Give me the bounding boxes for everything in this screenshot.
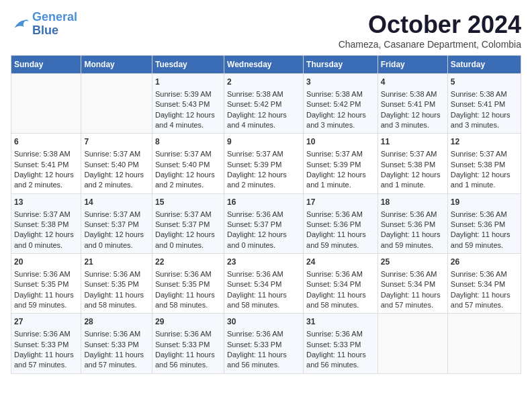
- sunrise-text: Sunrise: 5:37 AM: [155, 149, 221, 159]
- calendar-cell: 4Sunrise: 5:38 AMSunset: 5:41 PMDaylight…: [378, 74, 447, 134]
- calendar-cell: 17Sunrise: 5:36 AMSunset: 5:36 PMDayligh…: [304, 193, 378, 253]
- daylight-text: Daylight: 12 hours and 1 minute.: [381, 170, 445, 191]
- sunset-text: Sunset: 5:37 PM: [227, 220, 300, 230]
- calendar-cell: 18Sunrise: 5:36 AMSunset: 5:36 PMDayligh…: [378, 193, 447, 253]
- sunrise-text: Sunrise: 5:36 AM: [155, 269, 221, 279]
- day-number: 15: [155, 197, 221, 208]
- sunset-text: Sunset: 5:34 PM: [306, 279, 375, 289]
- daylight-text: Daylight: 11 hours and 56 minutes.: [155, 350, 221, 371]
- day-number: 25: [381, 257, 445, 268]
- sunrise-text: Sunrise: 5:36 AM: [381, 210, 445, 220]
- calendar-cell: 9Sunrise: 5:37 AMSunset: 5:39 PMDaylight…: [224, 134, 304, 193]
- sunrise-text: Sunrise: 5:38 AM: [451, 89, 518, 99]
- daylight-text: Daylight: 12 hours and 2 minutes.: [14, 170, 78, 191]
- sunset-text: Sunset: 5:40 PM: [84, 160, 149, 170]
- sunrise-text: Sunrise: 5:36 AM: [306, 329, 375, 339]
- daylight-text: Daylight: 12 hours and 3 minutes.: [451, 110, 518, 131]
- sunset-text: Sunset: 5:35 PM: [155, 279, 221, 289]
- calendar-cell: 25Sunrise: 5:36 AMSunset: 5:34 PMDayligh…: [378, 254, 447, 314]
- sunset-text: Sunset: 5:37 PM: [155, 220, 221, 230]
- day-number: 3: [306, 77, 375, 88]
- calendar-cell: 20Sunrise: 5:36 AMSunset: 5:35 PMDayligh…: [11, 254, 81, 314]
- calendar-cell: 14Sunrise: 5:37 AMSunset: 5:37 PMDayligh…: [81, 193, 152, 253]
- daylight-text: Daylight: 12 hours and 0 minutes.: [14, 230, 78, 250]
- day-number: 11: [381, 136, 445, 148]
- daylight-text: Daylight: 11 hours and 56 minutes.: [306, 350, 375, 371]
- sunset-text: Sunset: 5:41 PM: [451, 99, 518, 109]
- sunrise-text: Sunrise: 5:37 AM: [155, 210, 221, 220]
- calendar-cell: 22Sunrise: 5:36 AMSunset: 5:35 PMDayligh…: [152, 254, 224, 314]
- sunset-text: Sunset: 5:36 PM: [306, 220, 375, 230]
- sunrise-text: Sunrise: 5:36 AM: [451, 210, 518, 220]
- sunrise-text: Sunrise: 5:36 AM: [84, 329, 149, 339]
- day-number: 2: [227, 77, 300, 88]
- calendar-cell: 21Sunrise: 5:36 AMSunset: 5:35 PMDayligh…: [81, 254, 152, 314]
- daylight-text: Daylight: 11 hours and 59 minutes.: [306, 230, 375, 250]
- sunrise-text: Sunrise: 5:36 AM: [14, 329, 78, 339]
- calendar-cell: 7Sunrise: 5:37 AMSunset: 5:40 PMDaylight…: [81, 134, 152, 193]
- sunset-text: Sunset: 5:36 PM: [381, 220, 445, 230]
- day-number: 27: [14, 316, 78, 328]
- sunrise-text: Sunrise: 5:36 AM: [155, 329, 221, 339]
- day-number: 18: [381, 197, 445, 208]
- sunset-text: Sunset: 5:35 PM: [14, 279, 78, 289]
- sunrise-text: Sunrise: 5:36 AM: [451, 269, 518, 279]
- sunset-text: Sunset: 5:34 PM: [451, 279, 518, 289]
- column-header-thursday: Thursday: [304, 56, 378, 74]
- day-number: 30: [227, 316, 300, 328]
- calendar-cell: 15Sunrise: 5:37 AMSunset: 5:37 PMDayligh…: [152, 193, 224, 253]
- daylight-text: Daylight: 12 hours and 4 minutes.: [155, 110, 221, 131]
- calendar-cell: 19Sunrise: 5:36 AMSunset: 5:36 PMDayligh…: [447, 193, 521, 253]
- week-row-3: 13Sunrise: 5:37 AMSunset: 5:38 PMDayligh…: [11, 193, 521, 253]
- day-number: 5: [451, 77, 518, 88]
- daylight-text: Daylight: 12 hours and 1 minute.: [451, 170, 518, 191]
- day-number: 22: [155, 257, 221, 268]
- sunrise-text: Sunrise: 5:36 AM: [227, 269, 300, 279]
- sunrise-text: Sunrise: 5:37 AM: [14, 210, 78, 220]
- daylight-text: Daylight: 12 hours and 2 minutes.: [227, 170, 300, 191]
- column-header-wednesday: Wednesday: [224, 56, 304, 74]
- column-header-friday: Friday: [378, 56, 447, 74]
- column-header-tuesday: Tuesday: [152, 56, 224, 74]
- sunset-text: Sunset: 5:36 PM: [451, 220, 518, 230]
- day-number: 26: [451, 257, 518, 268]
- sunrise-text: Sunrise: 5:38 AM: [227, 89, 300, 99]
- daylight-text: Daylight: 11 hours and 58 minutes.: [306, 290, 375, 311]
- daylight-text: Daylight: 11 hours and 57 minutes.: [381, 290, 445, 311]
- daylight-text: Daylight: 12 hours and 1 minute.: [306, 170, 375, 191]
- day-number: 14: [84, 197, 149, 208]
- week-row-5: 27Sunrise: 5:36 AMSunset: 5:33 PMDayligh…: [11, 314, 521, 373]
- logo: General Blue: [11, 11, 77, 38]
- sunset-text: Sunset: 5:33 PM: [306, 340, 375, 350]
- sunset-text: Sunset: 5:34 PM: [381, 279, 445, 289]
- sunrise-text: Sunrise: 5:36 AM: [381, 269, 445, 279]
- daylight-text: Daylight: 12 hours and 3 minutes.: [381, 110, 445, 131]
- daylight-text: Daylight: 11 hours and 59 minutes.: [451, 230, 518, 250]
- daylight-text: Daylight: 11 hours and 58 minutes.: [155, 290, 221, 311]
- calendar-cell: 31Sunrise: 5:36 AMSunset: 5:33 PMDayligh…: [304, 314, 378, 373]
- calendar-cell: 3Sunrise: 5:38 AMSunset: 5:42 PMDaylight…: [304, 74, 378, 134]
- calendar-cell: [447, 314, 521, 373]
- day-number: 23: [227, 257, 300, 268]
- sunrise-text: Sunrise: 5:36 AM: [84, 269, 149, 279]
- day-number: 31: [306, 316, 375, 328]
- sunset-text: Sunset: 5:33 PM: [155, 340, 221, 350]
- calendar-table: SundayMondayTuesdayWednesdayThursdayFrid…: [11, 55, 521, 374]
- page-header: General Blue October 2024 Chameza, Casan…: [11, 11, 521, 50]
- calendar-cell: 12Sunrise: 5:37 AMSunset: 5:38 PMDayligh…: [447, 134, 521, 193]
- day-number: 24: [306, 257, 375, 268]
- daylight-text: Daylight: 12 hours and 4 minutes.: [227, 110, 300, 131]
- sunrise-text: Sunrise: 5:38 AM: [14, 149, 78, 159]
- day-number: 6: [14, 136, 78, 148]
- column-header-monday: Monday: [81, 56, 152, 74]
- logo-text: General Blue: [32, 11, 77, 38]
- daylight-text: Daylight: 12 hours and 0 minutes.: [227, 230, 300, 250]
- sunset-text: Sunset: 5:35 PM: [84, 279, 149, 289]
- day-number: 21: [84, 257, 149, 268]
- sunset-text: Sunset: 5:38 PM: [381, 160, 445, 170]
- calendar-cell: 23Sunrise: 5:36 AMSunset: 5:34 PMDayligh…: [224, 254, 304, 314]
- day-number: 29: [155, 316, 221, 328]
- title-block: October 2024 Chameza, Casanare Departmen…: [339, 11, 521, 50]
- calendar-cell: 26Sunrise: 5:36 AMSunset: 5:34 PMDayligh…: [447, 254, 521, 314]
- calendar-cell: 29Sunrise: 5:36 AMSunset: 5:33 PMDayligh…: [152, 314, 224, 373]
